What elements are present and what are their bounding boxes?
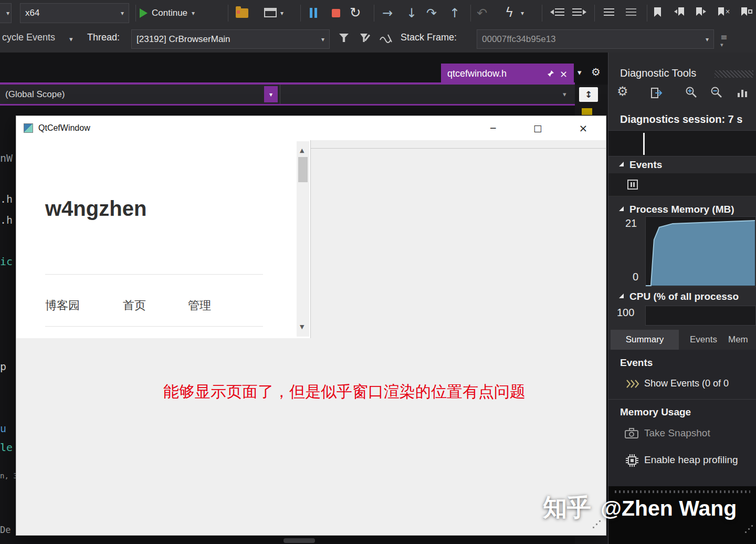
show-events-row[interactable]: Show Events (0 of 0 (608, 372, 756, 397)
code-fragment: ic (0, 255, 13, 268)
divider (45, 326, 263, 327)
memory-usage-header: Memory Usage (620, 406, 691, 418)
session-label: Diagnostics session: 7 s (620, 113, 742, 125)
cpu-section-header[interactable]: CPU (% of all processo (629, 291, 739, 302)
events-lane (608, 173, 756, 196)
next-bookmark-icon[interactable] (696, 7, 706, 16)
take-snapshot-label: Take Snapshot (644, 427, 710, 439)
code-fragment: n, 3 (0, 472, 18, 480)
tab-qtcefwindow[interactable]: qtcefwindow.h × (441, 64, 574, 84)
increase-indent-icon[interactable] (572, 8, 586, 16)
continue-button[interactable]: Continue ▾ (140, 3, 195, 23)
qtcef-titlebar[interactable] (16, 116, 606, 140)
chevron-down-icon[interactable]: ▾ (521, 10, 524, 16)
tab-list-chevron-icon[interactable]: ▾ (578, 69, 582, 77)
zoom-out-icon[interactable] (710, 86, 723, 99)
collapse-triangle-icon[interactable] (619, 294, 624, 298)
restart-icon[interactable]: ↻ (350, 6, 361, 19)
zoom-in-icon[interactable] (685, 86, 698, 99)
app-icon (24, 123, 33, 133)
minimize-button[interactable]: ─ (481, 116, 505, 140)
partial-combo[interactable]: ▾ (0, 3, 12, 23)
pin-icon[interactable] (547, 70, 554, 78)
export-icon[interactable] (650, 87, 664, 99)
threads-in-source-icon[interactable] (379, 33, 393, 44)
editor-gear-icon[interactable]: ⚙ (591, 67, 601, 77)
title-grip-texture (715, 70, 753, 78)
window-preview-icon[interactable] (264, 7, 277, 18)
divider (608, 399, 756, 400)
stack-frame-combo[interactable]: 00007ffc34b95e13 ▾ (477, 29, 714, 49)
close-button[interactable]: × (571, 116, 595, 140)
widget-boundary-line (311, 148, 606, 149)
close-tab-icon[interactable]: × (560, 69, 568, 79)
memory-section-header[interactable]: Process Memory (MB) (629, 204, 734, 215)
browser-view: w4ngzhen 博客园 首页 管理 ▲ ▼ (16, 140, 311, 338)
settings-gear-icon[interactable]: ⚙ (617, 85, 628, 98)
collapse-triangle-icon[interactable] (619, 206, 624, 211)
horizontal-scrollbar-thumb[interactable] (284, 538, 315, 543)
nav-link-manage[interactable]: 管理 (188, 298, 211, 313)
chart-columns-icon[interactable] (737, 87, 749, 98)
thread-combo[interactable]: [23192] CrBrowserMain ▾ (131, 29, 330, 49)
undo-icon[interactable]: ↶ (477, 7, 487, 19)
cpu-chart (645, 306, 756, 326)
watermark: 知乎 @Zhen Wang (543, 491, 737, 524)
collapse-triangle-icon[interactable] (619, 162, 624, 166)
scroll-up-icon[interactable]: ▲ (300, 148, 304, 153)
stack-frame-combo-value: 00007ffc34b95e13 (482, 34, 556, 45)
step-into-icon[interactable]: ↓ (406, 7, 417, 19)
scope-combo[interactable]: (Global Scope) (5, 85, 65, 104)
thread-combo-value: [23192] CrBrowserMain (136, 34, 230, 45)
memory-max-label: 21 (625, 217, 637, 229)
show-next-statement-icon[interactable]: → (382, 7, 393, 19)
lifecycle-events-combo[interactable]: cycle Events (2, 32, 55, 43)
split-editor-button[interactable]: ↕ (579, 87, 598, 102)
resize-grip[interactable] (593, 527, 594, 528)
toolbar-separator (374, 5, 374, 22)
chevron-down-icon: ▾ (720, 42, 723, 48)
resize-grip[interactable] (745, 531, 747, 533)
bookmark-window-icon[interactable] (741, 7, 752, 16)
scroll-down-icon[interactable]: ▼ (300, 324, 304, 330)
step-over-icon[interactable]: ↷ (426, 7, 437, 19)
clear-bookmarks-icon[interactable]: × (718, 7, 730, 16)
tab-events[interactable]: Events (681, 330, 726, 350)
toolbar-overflow-icon[interactable]: ≡ (720, 33, 727, 41)
nav-link-blog[interactable]: 博客园 (45, 298, 80, 313)
panel-title: Diagnostic Tools (620, 67, 696, 79)
qtcef-window: QtCefWindow ─ □ × w4ngzhen 博客园 首页 管理 ▲ ▼… (16, 116, 606, 536)
break-all-pause-icon[interactable] (310, 8, 317, 18)
filter-icon[interactable] (339, 34, 349, 42)
platform-combo-value: x64 (25, 8, 39, 18)
platform-combo[interactable]: x64 ▾ (20, 3, 129, 23)
stop-debugging-icon[interactable] (332, 9, 340, 17)
comment-icon[interactable] (604, 8, 614, 16)
tab-summary[interactable]: Summary (611, 330, 679, 350)
lightning-icon[interactable]: ϟ (505, 6, 514, 19)
decrease-indent-icon[interactable] (550, 8, 564, 16)
vs-debug-screen: ▾ x64 ▾ Continue ▾ ▾ ↻ → ↓ ↷ ↑ ↶ ϟ ▾ (0, 0, 756, 544)
tab-memory[interactable]: Mem (728, 330, 756, 350)
heap-profiling-row[interactable]: Enable heap profiling (608, 447, 756, 473)
chevron-down-icon[interactable]: ▾ (280, 10, 284, 16)
folder-icon[interactable] (235, 6, 249, 20)
prev-bookmark-icon[interactable] (674, 7, 684, 16)
page-heading: w4ngzhen (45, 197, 146, 221)
uncomment-icon[interactable] (626, 8, 636, 16)
maximize-button[interactable]: □ (526, 116, 550, 140)
scrollbar-thumb[interactable] (298, 157, 308, 182)
scope-combo-dropdown-button[interactable]: ▾ (264, 86, 278, 102)
step-out-icon[interactable]: ↑ (449, 7, 460, 19)
events-section-header[interactable]: Events (629, 159, 662, 171)
member-combo-chevron-icon[interactable]: ▾ (563, 91, 566, 98)
chevrons-icon (625, 379, 640, 389)
scrollbar-warning-marker (582, 108, 592, 115)
nav-link-home[interactable]: 首页 (123, 298, 146, 313)
session-timeline[interactable] (608, 130, 756, 156)
take-snapshot-row[interactable]: Take Snapshot (608, 421, 756, 446)
browser-scrollbar[interactable]: ▲ ▼ (297, 141, 309, 337)
chevron-down-icon[interactable]: ▾ (69, 36, 73, 43)
edit-filter-icon[interactable] (360, 34, 368, 42)
toggle-bookmark-icon[interactable] (654, 7, 661, 17)
